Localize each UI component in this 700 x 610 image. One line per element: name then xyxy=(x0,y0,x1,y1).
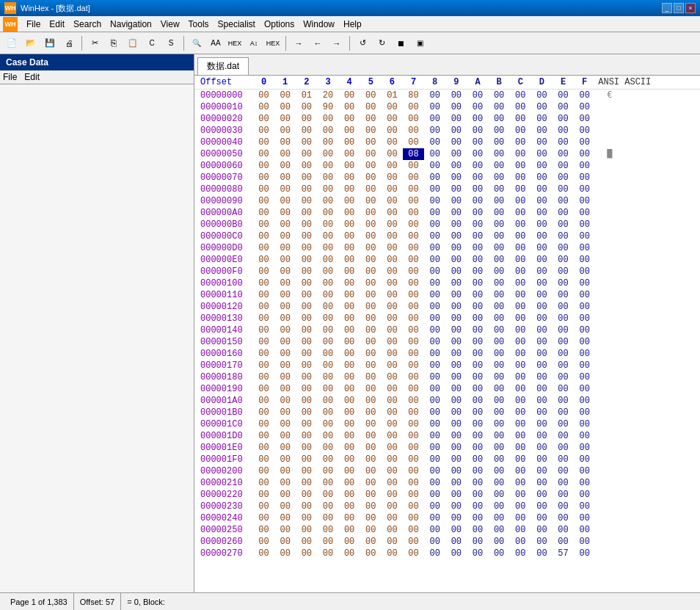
hex-byte-cell[interactable]: 00 xyxy=(360,289,382,301)
hex-byte-cell[interactable]: 00 xyxy=(510,336,531,348)
hex-byte-cell[interactable]: 00 xyxy=(445,430,467,442)
hex-byte-cell[interactable]: 00 xyxy=(553,313,574,324)
hex-byte-cell[interactable]: 00 xyxy=(467,360,488,371)
hex-byte-cell[interactable]: 00 xyxy=(489,266,510,277)
hex-byte-cell[interactable]: 00 xyxy=(553,395,574,407)
hex-byte-cell[interactable]: 00 xyxy=(296,407,317,418)
hex-byte-cell[interactable]: 00 xyxy=(445,524,467,536)
hex-byte-cell[interactable]: 00 xyxy=(317,324,338,336)
hex-byte-cell[interactable]: 00 xyxy=(553,442,574,454)
hex-byte-cell[interactable]: 00 xyxy=(274,254,296,266)
hex-byte-cell[interactable]: 00 xyxy=(574,195,595,207)
hex-byte-cell[interactable]: 00 xyxy=(553,336,574,348)
hex-byte-cell[interactable]: 00 xyxy=(489,430,510,442)
hex-byte-cell[interactable]: 00 xyxy=(467,324,488,336)
menu-tools[interactable]: Tools xyxy=(184,18,214,31)
hex-byte-cell[interactable]: 00 xyxy=(296,336,317,348)
hex-byte-cell[interactable]: 00 xyxy=(339,489,360,501)
hex-byte-cell[interactable]: 00 xyxy=(510,289,531,301)
hex-byte-cell[interactable]: 00 xyxy=(510,371,531,383)
hex-byte-cell[interactable]: 00 xyxy=(424,230,445,242)
hex-byte-cell[interactable]: 00 xyxy=(253,442,274,454)
hex-byte-cell[interactable]: 00 xyxy=(360,125,382,137)
hex-byte-cell[interactable]: 00 xyxy=(531,454,553,465)
copy2-button[interactable]: C xyxy=(143,35,161,51)
hex-byte-cell[interactable]: 00 xyxy=(253,407,274,418)
hex-byte-cell[interactable]: 00 xyxy=(360,242,382,254)
hex-byte-cell[interactable]: 20 xyxy=(317,90,338,102)
hex-byte-cell[interactable]: 00 xyxy=(445,371,467,383)
hex-byte-cell[interactable]: 00 xyxy=(553,219,574,230)
hex-byte-cell[interactable]: 00 xyxy=(467,148,488,160)
hex-byte-cell[interactable]: 00 xyxy=(382,348,403,360)
hex-byte-cell[interactable]: 90 xyxy=(317,101,338,113)
hex-byte-cell[interactable]: 00 xyxy=(274,512,296,524)
goto-button[interactable]: → xyxy=(290,35,307,51)
hex-byte-cell[interactable]: 00 xyxy=(574,113,595,125)
hex-byte-cell[interactable]: 00 xyxy=(339,242,360,254)
hex-byte-cell[interactable]: 00 xyxy=(467,90,488,102)
hex-byte-cell[interactable]: 00 xyxy=(445,383,467,395)
hex-byte-cell[interactable]: 00 xyxy=(574,360,595,371)
hex-byte-cell[interactable]: 00 xyxy=(253,277,274,289)
hex-byte-cell[interactable]: 00 xyxy=(531,324,553,336)
hex-byte-cell[interactable]: 00 xyxy=(531,348,553,360)
hex-byte-cell[interactable]: 00 xyxy=(403,137,424,148)
hex-byte-cell[interactable]: 00 xyxy=(445,536,467,548)
save2-button[interactable]: S xyxy=(162,35,180,51)
hex-byte-cell[interactable]: 00 xyxy=(274,360,296,371)
hex-byte-cell[interactable]: 00 xyxy=(339,360,360,371)
hex-byte-cell[interactable]: 00 xyxy=(360,407,382,418)
hex-byte-cell[interactable]: 00 xyxy=(274,101,296,113)
hex-byte-cell[interactable]: 00 xyxy=(531,172,553,184)
hex-byte-cell[interactable]: 00 xyxy=(445,324,467,336)
hex-byte-cell[interactable]: 00 xyxy=(360,277,382,289)
hex-byte-cell[interactable]: 00 xyxy=(382,395,403,407)
hex-byte-cell[interactable]: 00 xyxy=(296,430,317,442)
hex-byte-cell[interactable]: 00 xyxy=(574,90,595,102)
forward-button[interactable]: → xyxy=(328,35,346,51)
hex-byte-cell[interactable]: 00 xyxy=(274,172,296,184)
hex-byte-cell[interactable]: 00 xyxy=(317,360,338,371)
hex-byte-cell[interactable]: 00 xyxy=(360,207,382,219)
hex-byte-cell[interactable]: 00 xyxy=(339,512,360,524)
hex-byte-cell[interactable]: 00 xyxy=(296,254,317,266)
hex-byte-cell[interactable]: 00 xyxy=(553,137,574,148)
hex-byte-cell[interactable]: 00 xyxy=(317,125,338,137)
hex-byte-cell[interactable]: 00 xyxy=(510,524,531,536)
hex-byte-cell[interactable]: 00 xyxy=(274,195,296,207)
hex-byte-cell[interactable]: 00 xyxy=(510,407,531,418)
hex-byte-cell[interactable]: 00 xyxy=(253,172,274,184)
hex-byte-cell[interactable]: 00 xyxy=(574,371,595,383)
hex-byte-cell[interactable]: 00 xyxy=(360,348,382,360)
hex-byte-cell[interactable]: 00 xyxy=(360,313,382,324)
hex-byte-cell[interactable]: 00 xyxy=(296,418,317,430)
hex-byte-cell[interactable]: 00 xyxy=(317,383,338,395)
hex-byte-cell[interactable]: 00 xyxy=(489,289,510,301)
hex-byte-cell[interactable]: 00 xyxy=(382,477,403,489)
hex-byte-cell[interactable]: 00 xyxy=(296,313,317,324)
hex-byte-cell[interactable]: 00 xyxy=(403,324,424,336)
hex-byte-cell[interactable]: 00 xyxy=(382,184,403,195)
hex-byte-cell[interactable]: 00 xyxy=(339,195,360,207)
hex-byte-cell[interactable]: 00 xyxy=(274,430,296,442)
hex-byte-cell[interactable]: 00 xyxy=(553,230,574,242)
hex-byte-cell[interactable]: 00 xyxy=(510,348,531,360)
hex-byte-cell[interactable]: 00 xyxy=(382,383,403,395)
hex-byte-cell[interactable]: 00 xyxy=(317,266,338,277)
hex-byte-cell[interactable]: 00 xyxy=(467,137,488,148)
hex-byte-cell[interactable]: 00 xyxy=(382,324,403,336)
hex-byte-cell[interactable]: 00 xyxy=(253,230,274,242)
hex-byte-cell[interactable]: 00 xyxy=(574,442,595,454)
hex-byte-cell[interactable]: 00 xyxy=(489,184,510,195)
hex-byte-cell[interactable]: 00 xyxy=(253,266,274,277)
hex-byte-cell[interactable]: 00 xyxy=(467,207,488,219)
hex-byte-cell[interactable]: 00 xyxy=(489,477,510,489)
hex-byte-cell[interactable]: 00 xyxy=(445,266,467,277)
hex-byte-cell[interactable]: 00 xyxy=(424,477,445,489)
hex-byte-cell[interactable]: 00 xyxy=(296,465,317,477)
hex-byte-cell[interactable]: 00 xyxy=(531,548,553,559)
search-button[interactable]: 🔍 xyxy=(188,35,205,51)
hex-byte-cell[interactable]: 00 xyxy=(317,289,338,301)
hex-byte-cell[interactable]: 00 xyxy=(382,524,403,536)
